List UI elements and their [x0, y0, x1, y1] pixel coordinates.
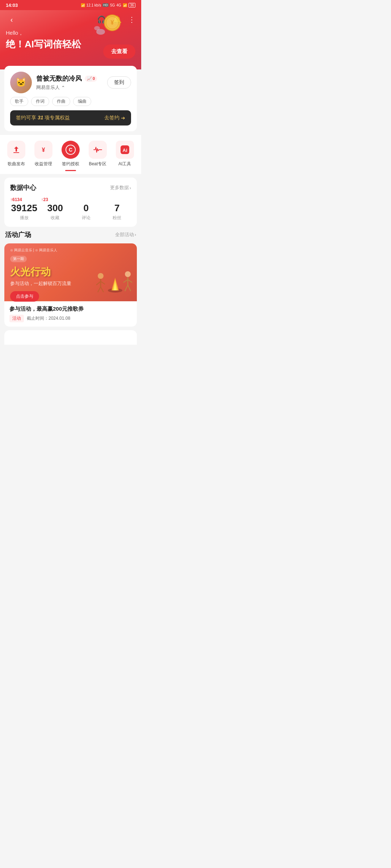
func-label-beat: Beat专区 [89, 161, 106, 167]
coin-decoration: ¥ [94, 14, 123, 39]
svg-line-21 [101, 287, 104, 292]
func-song-publish[interactable]: 歌曲发布 [7, 141, 25, 167]
svg-point-22 [125, 271, 131, 277]
status-bar: 14:03 📶 12.1 kb/s HD 5G 4G 📶 36 [0, 0, 141, 10]
bluetooth-icon: 📶 [81, 3, 85, 7]
data-center-header: 数据中心 更多数据 › [10, 183, 131, 192]
wifi-icon: 📶 [123, 3, 127, 7]
profile-subtitle: 网易音乐人 ⌃ [36, 84, 103, 91]
status-time: 14:03 [6, 3, 18, 8]
favorites-delta: ↑23 [41, 197, 48, 202]
trending-badge: 📈 0 [85, 76, 97, 82]
back-button[interactable]: ‹ [6, 14, 17, 25]
activity-header: 活动广场 全部活动 › [4, 230, 137, 239]
activity-meta: 活动 截止时间：2024.01.08 [9, 315, 132, 322]
copyright-icon: C [62, 141, 80, 159]
trending-icon: 📈 [87, 76, 92, 81]
all-activities-link[interactable]: 全部活动 › [115, 231, 136, 238]
func-label-ai: AI工具 [118, 161, 131, 167]
svg-text:¥: ¥ [111, 20, 114, 26]
tag-singer: 歌手 [10, 97, 28, 106]
beat-icon [89, 141, 107, 159]
chevron-up-icon: ⌃ [61, 85, 65, 90]
activity-episode-badge: 第一期 [10, 256, 27, 262]
scroll-indicator [65, 170, 76, 171]
svg-rect-5 [13, 152, 19, 153]
func-revenue[interactable]: ¥ 收益管理 [34, 141, 52, 167]
money-icon: ¥ [34, 141, 52, 159]
function-menu: 歌曲发布 ¥ 收益管理 C 签约授权 [0, 135, 141, 174]
hd-badge: HD [102, 3, 109, 7]
svg-text:Ai: Ai [122, 148, 127, 153]
stat-comments: - 0 评论 [72, 197, 100, 221]
profile-row: 🐱 曾被无数的冷风 📈 0 网易音乐人 ⌃ 签到 [10, 72, 131, 93]
activity-desc: 参与活动，最高赢200元推歌券 [9, 306, 132, 312]
chevron-right-icon: ➔ [121, 115, 125, 121]
activity-type-tag: 活动 [9, 315, 24, 322]
activity-banner: ⊙ 网易云音乐 | ⊙ 网易音乐人 第一期 火光行动 参与活动，一起解锁百万流量… [4, 243, 137, 301]
func-sign-auth[interactable]: C 签约授权 [62, 141, 80, 167]
activity-banner-content: ⊙ 网易云音乐 | ⊙ 网易音乐人 第一期 火光行动 参与活动，一起解锁百万流量… [4, 243, 137, 301]
func-ai-tools[interactable]: Ai AI工具 [116, 141, 134, 167]
header-banner: ‹ 🎧 🔔 ⋮ ¥ Hello， 绝！AI写词倍轻松 去查看 [0, 10, 141, 69]
data-center-title: 数据中心 [10, 183, 36, 192]
func-beat-zone[interactable]: Beat专区 [89, 141, 107, 167]
plays-value: 39125 [11, 203, 37, 213]
bottom-card-peek [4, 330, 137, 345]
stat-fans: - 7 粉丝 [103, 197, 131, 221]
more-data-link[interactable]: 更多数据 › [110, 184, 131, 191]
svg-line-24 [123, 280, 128, 282]
tag-composer: 作曲 [52, 97, 70, 106]
activity-join-button[interactable]: 点击参与 [10, 291, 39, 302]
svg-line-19 [101, 281, 105, 284]
tags-row: 歌手 作词 作曲 编曲 [10, 97, 131, 106]
plays-label: 播放 [20, 215, 29, 221]
activity-info: 参与活动，最高赢200元推歌券 活动 截止时间：2024.01.08 [4, 301, 137, 327]
contract-link[interactable]: 去签约 ➔ [104, 115, 125, 121]
func-label-sign: 签约授权 [62, 161, 79, 167]
comments-label: 评论 [82, 215, 91, 221]
func-label-upload: 歌曲发布 [8, 161, 25, 167]
func-label-revenue: 收益管理 [35, 161, 52, 167]
svg-line-26 [125, 285, 128, 291]
contract-banner[interactable]: 签约可享 31 项专属权益 去签约 ➔ [10, 110, 131, 125]
svg-line-18 [96, 281, 101, 285]
stat-plays: ↑6134 39125 播放 [10, 197, 38, 221]
banner-cta-button[interactable]: 去查看 [103, 44, 135, 59]
fans-value: 7 [114, 203, 119, 213]
profile-info: 曾被无数的冷风 📈 0 网易音乐人 ⌃ [36, 74, 103, 91]
activity-main-title: 火光行动 [10, 265, 71, 279]
contract-text: 签约可享 31 项专属权益 [16, 115, 70, 121]
activity-subtitle: 参与活动，一起解锁百万流量 [10, 280, 71, 287]
activity-title: 活动广场 [5, 230, 31, 239]
stats-grid: ↑6134 39125 播放 ↑23 300 收藏 - 0 评论 - 7 粉丝 [10, 197, 131, 221]
ai-icon: Ai [116, 141, 134, 159]
func-row: 歌曲发布 ¥ 收益管理 C 签约授权 [0, 141, 141, 167]
4g-signal: 4G [117, 3, 121, 7]
comments-value: 0 [84, 203, 89, 213]
tag-lyricist: 作词 [31, 97, 49, 106]
svg-line-20 [98, 287, 101, 292]
status-icons: 📶 12.1 kb/s HD 5G 4G 📶 36 [81, 3, 135, 8]
data-center-card: 数据中心 更多数据 › ↑6134 39125 播放 ↑23 300 收藏 - … [4, 178, 137, 227]
svg-line-25 [128, 280, 132, 282]
profile-name: 曾被无数的冷风 📈 0 [36, 74, 103, 83]
svg-point-4 [94, 26, 100, 30]
stat-favorites: ↑23 300 收藏 [41, 197, 70, 221]
svg-text:¥: ¥ [42, 147, 45, 153]
svg-text:C: C [69, 147, 72, 153]
plays-delta: ↑6134 [10, 197, 22, 202]
chevron-right-icon: › [135, 232, 136, 237]
5g-signal: 5G [110, 3, 115, 7]
chevron-right-icon: › [130, 185, 131, 191]
more-icon[interactable]: ⋮ [128, 15, 135, 24]
battery-level: 36 [129, 3, 135, 8]
svg-point-16 [98, 273, 104, 279]
activity-card: ⊙ 网易云音乐 | ⊙ 网易音乐人 第一期 火光行动 参与活动，一起解锁百万流量… [4, 243, 137, 327]
speed-indicator: 12.1 kb/s [87, 3, 101, 7]
checkin-button[interactable]: 签到 [107, 76, 131, 89]
activity-deadline: 截止时间：2024.01.08 [27, 315, 70, 322]
fans-label: 粉丝 [113, 215, 121, 221]
favorites-label: 收藏 [51, 215, 59, 221]
svg-line-27 [128, 285, 131, 291]
